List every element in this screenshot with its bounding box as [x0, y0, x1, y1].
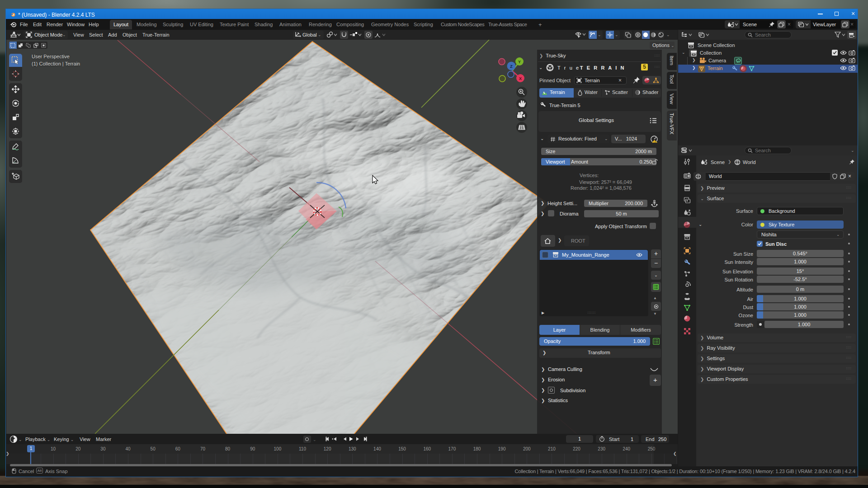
- svg-text:X: X: [519, 76, 522, 81]
- svg-text:Z: Z: [510, 64, 513, 69]
- svg-text:!: !: [655, 140, 656, 143]
- svg-text:Y: Y: [518, 60, 521, 64]
